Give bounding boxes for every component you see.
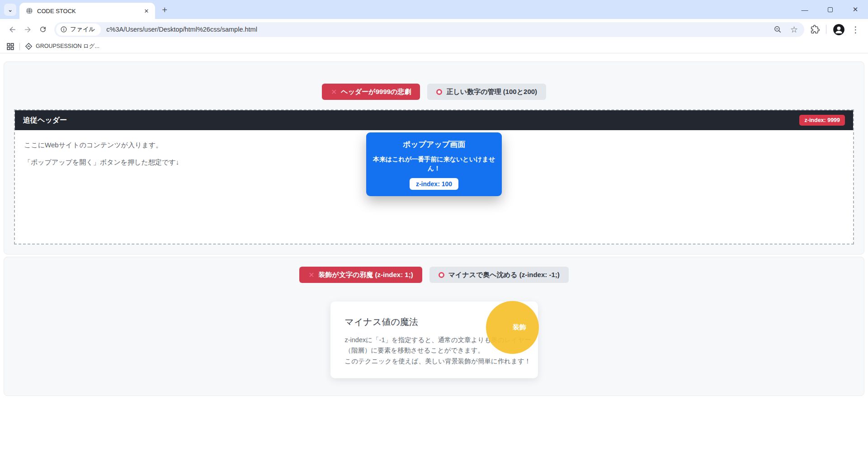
- minimize-button[interactable]: —: [792, 0, 817, 19]
- reload-button[interactable]: [35, 22, 51, 37]
- toolbar-separator: [826, 25, 826, 34]
- extensions-puzzle-icon[interactable]: [811, 25, 820, 34]
- address-bar[interactable]: ファイル c%3A/Users/user/Desktop/html%26css/…: [54, 22, 804, 37]
- window-controls: — ✕: [792, 0, 868, 19]
- cross-icon: ✕: [331, 88, 337, 96]
- good-button-label: マイナスで奥へ沈める (z-index: -1;): [448, 271, 560, 279]
- back-button[interactable]: [5, 22, 20, 37]
- zoom-out-icon[interactable]: [774, 25, 782, 34]
- active-tab[interactable]: CODE STOCK ✕: [19, 3, 155, 19]
- bad-example-button-2[interactable]: ✕ 装飾が文字の邪魔 (z-index: 1;): [299, 267, 422, 283]
- tab-close-icon[interactable]: ✕: [142, 7, 151, 15]
- tab-strip: ⌄ CODE STOCK ✕ ＋ — ✕: [0, 0, 868, 19]
- bookmarks-bar: GROUPSESSION ログ...: [0, 40, 868, 53]
- info-icon: [61, 26, 67, 33]
- demo-section-negative-zindex: ✕ 装飾が文字の邪魔 (z-index: 1;) マイナスで奥へ沈める (z-i…: [4, 257, 864, 396]
- tab-search-button[interactable]: ⌄: [4, 4, 16, 16]
- section2-button-row: ✕ 装飾が文字の邪魔 (z-index: 1;) マイナスで奥へ沈める (z-i…: [4, 257, 864, 283]
- close-icon: ✕: [853, 5, 859, 14]
- demo-section-header-zindex: ✕ ヘッダーが9999の悲劇 正しい数字の管理 (100と200) 追従ヘッダー…: [4, 61, 864, 254]
- decoration-circle: 装飾: [486, 301, 539, 354]
- circle-icon: [439, 272, 444, 278]
- forward-button[interactable]: [20, 22, 35, 37]
- reload-icon: [39, 25, 47, 33]
- bookmark-item-groupsession[interactable]: GROUPSESSION ログ...: [25, 42, 99, 50]
- toolbar-right: ⋮: [807, 24, 863, 36]
- close-button[interactable]: ✕: [843, 0, 868, 19]
- decoration-label: 装飾: [513, 323, 526, 332]
- bookmark-label: GROUPSESSION ログ...: [36, 42, 99, 50]
- tab-title: CODE STOCK: [37, 8, 138, 14]
- card-text-line-3: このテクニックを使えば、美しい背景装飾が簡単に作れます！: [345, 356, 524, 367]
- section1-button-row: ✕ ヘッダーが9999の悲劇 正しい数字の管理 (100と200): [4, 62, 864, 100]
- browser-window: ⌄ CODE STOCK ✕ ＋ — ✕: [0, 0, 868, 461]
- popup-body: 本来はこれが一番手前に来ないといけません！: [373, 155, 495, 173]
- sticky-header: 追従ヘッダー z-index: 9999: [15, 110, 853, 130]
- sticky-header-title: 追従ヘッダー: [23, 116, 67, 125]
- profile-avatar[interactable]: [833, 24, 845, 36]
- forward-arrow-icon: [24, 25, 32, 34]
- new-tab-button[interactable]: ＋: [158, 3, 171, 16]
- url-text[interactable]: c%3A/Users/user/Desktop/html%26css/sampl…: [106, 26, 774, 33]
- cross-icon: ✕: [308, 271, 314, 279]
- bookmark-star-icon[interactable]: ☆: [790, 25, 798, 34]
- bad-button-label: ヘッダーが9999の悲劇: [341, 88, 411, 96]
- zindex-9999-badge: z-index: 9999: [799, 115, 845, 126]
- good-example-button-2[interactable]: マイナスで奥へ沈める (z-index: -1;): [429, 267, 569, 283]
- diamond-icon: [25, 42, 33, 50]
- popup-title: ポップアップ画面: [366, 139, 502, 150]
- demo-viewport-box: 追従ヘッダー z-index: 9999 ここにWebサイトのコンテンツが入りま…: [14, 109, 854, 245]
- circle-icon: [436, 89, 442, 95]
- addressbar-actions: ☆: [774, 25, 798, 34]
- apps-grid-icon[interactable]: [6, 42, 14, 51]
- minimize-icon: —: [802, 6, 808, 14]
- menu-dots-icon[interactable]: ⋮: [851, 24, 860, 35]
- url-scheme-chip[interactable]: ファイル: [56, 24, 101, 36]
- popup-modal: ポップアップ画面 本来はこれが一番手前に来ないといけません！ z-index: …: [366, 132, 502, 196]
- back-arrow-icon: [8, 25, 17, 34]
- restore-button[interactable]: [817, 0, 843, 19]
- browser-toolbar: ファイル c%3A/Users/user/Desktop/html%26css/…: [0, 19, 868, 40]
- bad-button-label: 装飾が文字の邪魔 (z-index: 1;): [319, 271, 413, 279]
- good-button-label: 正しい数字の管理 (100と200): [446, 88, 537, 96]
- restore-icon: [828, 7, 833, 12]
- globe-favicon-icon: [26, 7, 33, 14]
- bookmarks-separator: [19, 43, 20, 50]
- bad-example-button-1[interactable]: ✕ ヘッダーが9999の悲劇: [322, 84, 420, 100]
- page-content: ✕ ヘッダーが9999の悲劇 正しい数字の管理 (100と200) 追従ヘッダー…: [0, 61, 868, 461]
- zindex-100-badge: z-index: 100: [410, 178, 458, 190]
- file-chip-label: ファイル: [70, 25, 95, 33]
- plus-icon: ＋: [160, 4, 169, 15]
- good-example-button-1[interactable]: 正しい数字の管理 (100と200): [427, 84, 546, 100]
- chevron-down-icon: ⌄: [8, 6, 13, 13]
- magic-card: マイナス値の魔法 z-indexに「-1」を指定すると、通常の文章よりも奥のレイ…: [330, 301, 538, 378]
